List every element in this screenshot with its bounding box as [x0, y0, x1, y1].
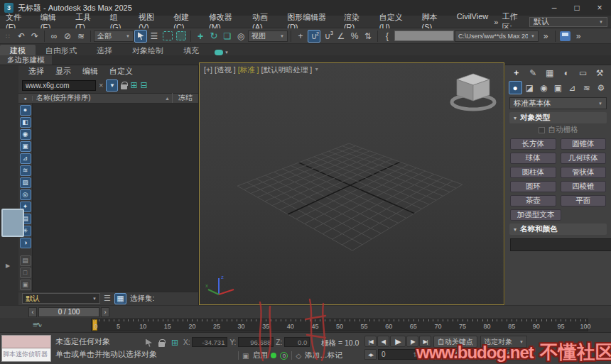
explorer-filter-icon[interactable]: □ — [20, 268, 31, 278]
redo-button[interactable]: ↷ — [28, 30, 41, 43]
scale-button[interactable]: ❏ — [221, 30, 234, 43]
text-plus-button[interactable]: 加强型文本 — [510, 209, 561, 221]
object-type-rollout[interactable]: ▾ 对象类型 — [509, 112, 607, 123]
y-coordinate-field[interactable]: 96.688 — [238, 337, 274, 347]
toolbar-overflow-chevron[interactable]: » — [539, 30, 552, 43]
tab-motion[interactable]: ◐ — [560, 66, 573, 79]
ribbon-tab[interactable]: 建模 — [0, 45, 36, 55]
ribbon-tab[interactable]: 对象绘制 — [122, 45, 173, 55]
object-name-field[interactable] — [510, 238, 611, 251]
selection-filter-dropdown[interactable]: 全部 ▼ — [94, 31, 134, 42]
primitive-category-dropdown[interactable]: 标准基本体 ▼ — [509, 97, 607, 109]
add-time-tag-label[interactable]: 添加…标记 — [305, 351, 342, 360]
name-color-rollout[interactable]: ▾ 名称和颜色 — [509, 224, 607, 235]
explorer-filter-icon[interactable]: ● — [20, 105, 31, 116]
explorer-menu-item[interactable]: 编辑 — [77, 66, 104, 77]
explorer-menu-item[interactable]: 自定义 — [104, 66, 139, 77]
named-selection-input[interactable] — [394, 31, 454, 41]
viewport-render-preset-label[interactable]: [标准 ] — [238, 65, 259, 75]
rotate-button[interactable]: ↻ — [207, 30, 220, 43]
layout-flyout-arrow[interactable]: ▶ — [6, 263, 10, 269]
collapse-tree-icon[interactable]: ⊟ — [141, 80, 148, 90]
undo-button[interactable]: ↶ — [15, 30, 28, 43]
animation-layers-icon[interactable]: ▣ — [242, 352, 249, 360]
isolate-button[interactable]: ▦ — [114, 293, 126, 304]
lock-icon[interactable] — [121, 84, 127, 89]
primitive-button[interactable]: 几何球体 — [561, 153, 607, 164]
view-cube[interactable] — [447, 67, 499, 114]
select-by-name-button[interactable]: ☰ — [148, 30, 161, 43]
explorer-filter-icon[interactable]: ◎ — [20, 189, 31, 200]
viewport-layout-tab[interactable] — [1, 209, 24, 237]
primitive-button[interactable]: 球体 — [510, 153, 556, 164]
go-to-start-button[interactable]: |◀ — [364, 336, 377, 347]
spinner-snap-button[interactable]: ⇅ — [362, 30, 374, 43]
ribbon-tab[interactable]: 填充 — [173, 45, 209, 55]
explorer-filter-icon[interactable]: ≋ — [20, 165, 31, 176]
perspective-viewport[interactable]: [+] [透视 ] [标准 ] [默认明暗处理 ] ▼ x z — [199, 62, 504, 305]
category-systems-button[interactable]: ⚙ — [594, 81, 607, 94]
expand-tree-icon[interactable]: ⊞ — [130, 80, 137, 90]
primitive-button[interactable]: 圆锥体 — [561, 138, 607, 150]
z-coordinate-field[interactable]: 0.0 — [284, 337, 310, 347]
primitive-button[interactable]: 圆环 — [510, 181, 556, 192]
explorer-filter-icon[interactable]: ▨ — [20, 177, 31, 188]
toolbar-handle[interactable]: ∷ — [1, 30, 14, 43]
move-button[interactable]: + — [194, 30, 207, 43]
explorer-list-area[interactable]: ●◧◉▣⊿≋▨◎✦▤✳◑▤□▣ — [18, 104, 198, 292]
search-input[interactable] — [22, 80, 96, 91]
absolute-mode-icon[interactable]: ⊞ — [171, 338, 178, 348]
tab-modify[interactable]: ✎ — [526, 66, 540, 79]
category-lights-button[interactable]: ◉ — [537, 81, 551, 94]
isolate-selection-icon[interactable] — [146, 339, 152, 347]
menu-overflow-chevron[interactable]: » — [494, 18, 498, 26]
explorer-menu-item[interactable]: 显示 — [50, 66, 77, 77]
reference-coordinate-dropdown[interactable]: 视图 ▼ — [248, 31, 288, 42]
listener-macro-line[interactable] — [2, 336, 50, 348]
time-tag-icon[interactable]: ◇ — [296, 352, 301, 360]
tab-display[interactable]: ▭ — [576, 66, 590, 79]
tab-create[interactable]: + — [509, 66, 523, 79]
render-overflow-chevron[interactable]: » — [572, 30, 585, 43]
rect-selection-region-button[interactable] — [163, 31, 173, 40]
ribbon-overflow-button[interactable]: ▼ — [215, 50, 229, 55]
explorer-filter-icon[interactable]: ▣ — [20, 141, 31, 152]
explorer-filter-icon[interactable]: ⊿ — [20, 153, 31, 164]
viewport-funnel-icon[interactable]: ▼ — [314, 67, 319, 75]
category-spacewarps-button[interactable]: ≋ — [580, 81, 593, 94]
snap-2d-button[interactable]: ∪2 — [308, 30, 320, 43]
name-column-header[interactable]: 名称(按升序排序) — [33, 93, 165, 103]
percent-snap-button[interactable]: % — [348, 30, 361, 43]
play-button[interactable]: ▶ — [390, 336, 406, 347]
workspace-dropdown[interactable]: 默认 ▼ — [529, 17, 607, 27]
previous-key-button[interactable]: ◀| — [377, 336, 389, 347]
track-bar-ruler[interactable]: 0510152025303540455055606570758085909510… — [91, 319, 588, 331]
viewport-pov-label[interactable]: [透视 ] — [215, 65, 236, 75]
tab-hierarchy[interactable]: ▦ — [543, 66, 556, 79]
explorer-filter-icon[interactable]: ▤ — [20, 255, 31, 266]
explorer-menu-item[interactable]: 选择 — [23, 66, 50, 77]
primitive-button[interactable]: 管状体 — [561, 167, 607, 178]
tab-utilities[interactable]: ⚒ — [593, 66, 607, 79]
primitive-button[interactable]: 茶壶 — [510, 195, 556, 206]
viewport-shading-label[interactable]: [默认明暗处理 ] — [261, 65, 313, 75]
snap-toggle-icon[interactable]: + — [294, 30, 307, 43]
previous-frame-button[interactable]: ‹ — [28, 307, 37, 317]
frame-indicator[interactable]: 0 / 100 — [38, 307, 99, 317]
link-icon[interactable]: ∞ — [48, 30, 60, 43]
key-mode-toggle-button[interactable]: ◀▶ — [364, 349, 377, 360]
category-geometry-button[interactable]: ● — [509, 81, 522, 94]
mini-curve-editor-button[interactable]: ≡∿ — [33, 320, 41, 329]
layers-icon[interactable]: ☰ — [104, 294, 111, 303]
current-frame-field[interactable]: 0⇅ — [378, 349, 422, 360]
listener-script-line[interactable]: 脚本迷你侦听器 — [2, 348, 50, 361]
explorer-filter-icon[interactable]: ◉ — [20, 129, 31, 140]
select-object-button[interactable] — [134, 30, 147, 43]
autogrid-checkbox[interactable] — [539, 127, 545, 133]
clear-search-icon[interactable]: × — [99, 81, 103, 89]
tab-polygon-modeling[interactable]: 多边形建模 — [0, 55, 52, 65]
explorer-filter-icon[interactable]: ◑ — [20, 238, 31, 248]
bind-spacewarp-icon[interactable]: ≋ — [75, 30, 87, 43]
frozen-column-header[interactable]: 冻结 — [172, 93, 198, 103]
crossing-selection-button[interactable] — [176, 31, 186, 40]
